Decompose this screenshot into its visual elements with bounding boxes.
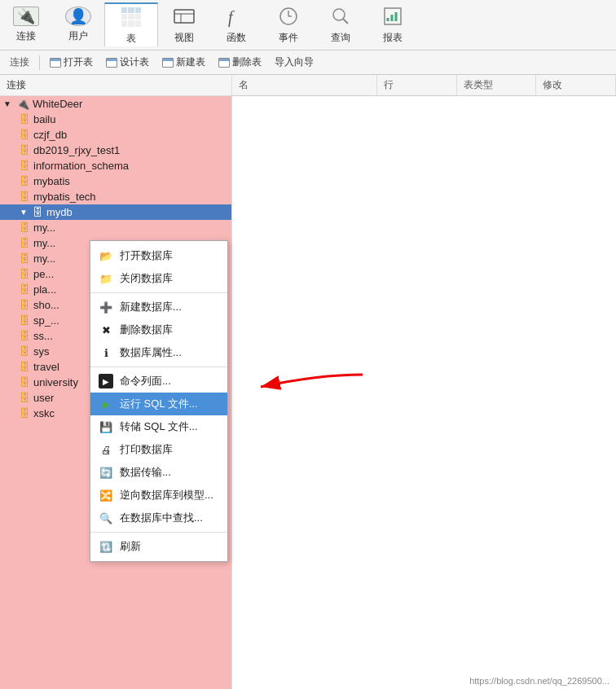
sidebar-item-mydb[interactable]: ▼ 🗄 mydb bbox=[0, 204, 231, 220]
ctx-find-in-db[interactable]: 🔍 在数据库中查找... bbox=[90, 507, 227, 529]
sidebar-item-bailu[interactable]: 🗄 bailu bbox=[0, 112, 231, 127]
open-table-label: 打开表 bbox=[64, 55, 93, 69]
toolbar-event[interactable]: 事件 bbox=[262, 3, 315, 46]
sidebar-item-mybatis-tech[interactable]: 🗄 mybatis_tech bbox=[0, 189, 231, 204]
import-wizard-button[interactable]: 导入向导 bbox=[270, 54, 319, 71]
expand-icon: ▼ bbox=[3, 99, 13, 108]
delete-table-button[interactable]: 删除表 bbox=[213, 54, 266, 71]
ctx-sep1 bbox=[90, 292, 227, 293]
db-icon: 🗄 bbox=[20, 252, 30, 265]
col-rows: 行 bbox=[377, 75, 457, 95]
ctx-delete-icon: ✖ bbox=[99, 323, 113, 337]
content-area: 名 行 表类型 修改 bbox=[232, 75, 616, 689]
content-header: 名 行 表类型 修改 bbox=[232, 75, 616, 96]
sidebar-item-mybatis[interactable]: 🗄 mybatis bbox=[0, 173, 231, 189]
main-toolbar: 🔌 连接 👤 用户 表 视图 f 函数 事件 bbox=[0, 0, 616, 50]
db-icon: 🗄 bbox=[20, 376, 30, 388]
table-icon bbox=[118, 6, 144, 29]
ctx-open-label: 打开数据库 bbox=[120, 248, 173, 263]
db-icon: 🗄 bbox=[20, 283, 30, 296]
ctx-delete-db[interactable]: ✖ 删除数据库 bbox=[90, 318, 227, 341]
ctx-open-db[interactable]: 📂 打开数据库 bbox=[90, 244, 227, 267]
toolbar-func[interactable]: f 函数 bbox=[210, 3, 262, 46]
open-table-button[interactable]: 打开表 bbox=[45, 54, 98, 71]
db-icon: 🗄 bbox=[20, 237, 30, 249]
new-table-icon bbox=[162, 58, 174, 68]
ctx-print-db[interactable]: 🖨 打印数据库 bbox=[90, 438, 227, 461]
toolbar-query[interactable]: 查询 bbox=[315, 3, 367, 46]
db-icon: 🗄 bbox=[20, 268, 30, 280]
ctx-run-sql[interactable]: ▶ 运行 SQL 文件... bbox=[90, 393, 227, 415]
ctx-find-label: 在数据库中查找... bbox=[120, 511, 203, 525]
ctx-sep2 bbox=[90, 366, 227, 367]
ctx-data-transfer[interactable]: 🔄 数据传输... bbox=[90, 461, 227, 484]
db-icon: 🗄 bbox=[20, 175, 30, 187]
toolbar-connect-label: 连接 bbox=[16, 29, 36, 43]
db-icon: 🗄 bbox=[20, 299, 30, 311]
ctx-props-label: 数据库属性... bbox=[120, 345, 182, 360]
toolbar-view[interactable]: 视图 bbox=[158, 3, 210, 46]
toolbar-event-label: 事件 bbox=[279, 31, 298, 45]
func-icon: f bbox=[223, 5, 249, 28]
db-open-icon: 🗄 bbox=[33, 206, 43, 218]
open-table-icon bbox=[50, 58, 61, 68]
sidebar-item-czjf[interactable]: 🗄 czjf_db bbox=[0, 127, 231, 143]
ctx-datatransfer-label: 数据传输... bbox=[120, 465, 171, 480]
ctx-refresh[interactable]: 🔃 刷新 bbox=[90, 535, 227, 558]
new-table-button[interactable]: 新建表 bbox=[157, 54, 210, 71]
db-icon: 🗄 bbox=[20, 407, 30, 419]
ctx-cmd-icon: ▶ bbox=[99, 374, 113, 388]
toolbar-query-label: 查询 bbox=[331, 31, 350, 45]
ctx-run-icon: ▶ bbox=[99, 397, 113, 411]
ctx-new-label: 新建数据库... bbox=[120, 300, 182, 314]
content-body bbox=[232, 96, 616, 689]
ctx-new-icon: ➕ bbox=[99, 300, 113, 314]
col-type: 表类型 bbox=[457, 75, 537, 95]
toolbar-report-label: 报表 bbox=[383, 31, 403, 45]
svg-line-8 bbox=[343, 19, 348, 24]
ctx-cmd-line[interactable]: ▶ 命令列面... bbox=[90, 370, 227, 393]
connect-icon: 🔌 bbox=[13, 7, 39, 26]
sidebar-item-db2019[interactable]: 🗄 db2019_rjxy_test1 bbox=[0, 143, 231, 158]
sidebar-item-info-schema[interactable]: 🗄 information_schema bbox=[0, 158, 231, 173]
col-name: 名 bbox=[232, 75, 377, 95]
ctx-open-icon: 📂 bbox=[99, 248, 113, 263]
event-icon bbox=[275, 5, 301, 28]
toolbar-connect[interactable]: 🔌 连接 bbox=[0, 3, 52, 46]
server-icon: 🔌 bbox=[16, 98, 29, 110]
report-icon bbox=[380, 5, 406, 28]
ctx-transfer-sql[interactable]: 💾 转储 SQL 文件... bbox=[90, 415, 227, 438]
toolbar-report[interactable]: 报表 bbox=[367, 3, 419, 46]
db-icon: 🗄 bbox=[20, 144, 30, 156]
delete-table-icon bbox=[218, 58, 230, 68]
ctx-reverse-icon: 🔀 bbox=[99, 488, 113, 502]
import-wizard-label: 导入向导 bbox=[275, 55, 314, 69]
ctx-close-label: 关闭数据库 bbox=[120, 271, 173, 286]
ctx-transfer-icon: 💾 bbox=[99, 419, 113, 434]
expand-icon-mydb: ▼ bbox=[20, 208, 29, 217]
ctx-refresh-icon: 🔃 bbox=[99, 539, 113, 554]
toolbar-user[interactable]: 👤 用户 bbox=[52, 3, 104, 46]
tree-root[interactable]: ▼ 🔌 WhiteDeer bbox=[0, 96, 231, 112]
ctx-refresh-label: 刷新 bbox=[120, 539, 141, 554]
ctx-close-icon: 📁 bbox=[99, 271, 113, 286]
ctx-sep3 bbox=[90, 532, 227, 533]
design-table-button[interactable]: 设计表 bbox=[101, 54, 154, 71]
db-icon: 🗄 bbox=[20, 160, 30, 172]
db-icon: 🗄 bbox=[20, 330, 30, 342]
query-icon bbox=[328, 5, 354, 28]
user-icon: 👤 bbox=[65, 7, 91, 26]
toolbar-table[interactable]: 表 bbox=[104, 2, 158, 46]
ctx-props-icon: ℹ bbox=[99, 345, 113, 360]
ctx-close-db[interactable]: 📁 关闭数据库 bbox=[90, 267, 227, 290]
db-icon: 🗄 bbox=[20, 191, 30, 203]
ctx-reverse-model[interactable]: 🔀 逆向数据库到模型... bbox=[90, 484, 227, 507]
watermark: https://blog.csdn.net/qq_2269500... bbox=[469, 676, 609, 686]
col-modify: 修改 bbox=[536, 75, 616, 95]
ctx-new-db[interactable]: ➕ 新建数据库... bbox=[90, 296, 227, 318]
toolbar-view-label: 视图 bbox=[174, 31, 194, 45]
db-icon: 🗄 bbox=[20, 361, 30, 373]
ctx-db-props[interactable]: ℹ 数据库属性... bbox=[90, 341, 227, 364]
sidebar-item-my1[interactable]: 🗄 my... bbox=[0, 220, 231, 235]
toolbar2-sep1 bbox=[39, 55, 40, 70]
